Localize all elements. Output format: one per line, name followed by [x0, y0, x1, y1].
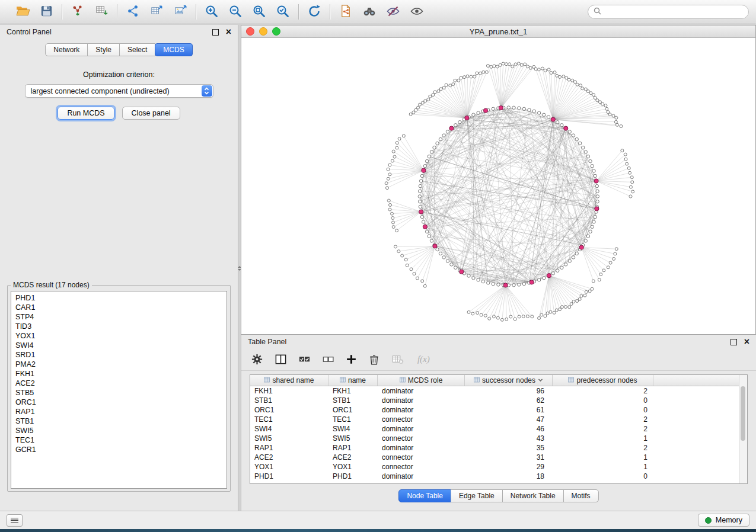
table-row[interactable]: PHD1PHD1dominator180: [250, 472, 747, 481]
zoom-out-button[interactable]: [226, 2, 245, 21]
memory-button[interactable]: Memory: [698, 514, 749, 527]
export-image-button[interactable]: [171, 2, 190, 21]
column-header-MCDS-role[interactable]: MCDS role: [378, 375, 465, 386]
cell-predecessor-nodes: 1: [553, 434, 653, 443]
clear-row-selection-button[interactable]: [322, 353, 334, 367]
open-button[interactable]: [13, 2, 32, 21]
node-table: shared namenameMCDS rolesuccessor nodesp…: [250, 374, 748, 484]
cell-mcds-role: connector: [378, 434, 465, 443]
float-panel-button[interactable]: [212, 29, 219, 36]
panel-menu-button[interactable]: [7, 514, 23, 527]
table-row[interactable]: RAP1RAP1dominator352: [250, 443, 747, 453]
table-row[interactable]: SWI5SWI5connector431: [250, 434, 747, 443]
tab-motifs[interactable]: Motifs: [563, 489, 599, 502]
column-header-shared-name[interactable]: shared name: [250, 375, 328, 386]
table-row[interactable]: STB1STB1dominator620: [250, 396, 747, 405]
tab-style[interactable]: Style: [87, 43, 120, 56]
tab-network-table[interactable]: Network Table: [502, 489, 564, 502]
tab-edge-table[interactable]: Edge Table: [451, 489, 503, 502]
mcds-node-item[interactable]: PHD1: [15, 293, 227, 303]
tab-mcds[interactable]: MCDS: [155, 43, 192, 56]
mcds-node-item[interactable]: STB5: [15, 388, 227, 398]
table-row[interactable]: YOX1YOX1connector291: [250, 462, 747, 472]
mcds-node-item[interactable]: FKH1: [15, 369, 227, 379]
network-canvas[interactable]: [241, 38, 755, 334]
mcds-node-item[interactable]: SRD1: [15, 350, 227, 360]
clear-row-selection-icon: [322, 353, 334, 367]
table-settings-icon: [251, 353, 263, 367]
refresh-button[interactable]: [305, 2, 324, 21]
mcds-node-item[interactable]: STP4: [15, 312, 227, 322]
svg-text:f(x): f(x): [417, 354, 430, 364]
cell-predecessor-nodes: 0: [553, 396, 653, 405]
mcds-result-list[interactable]: PHD1CAR1STP4TID3YOX1SWI4SRD1PMA2FKH1ACE2…: [11, 291, 227, 489]
tab-select[interactable]: Select: [119, 43, 155, 56]
close-panel-button[interactable]: Close panel: [122, 107, 180, 120]
cell-mcds-role: connector: [378, 462, 465, 472]
search-box[interactable]: [588, 5, 749, 19]
delete-column-button[interactable]: [368, 353, 380, 367]
select-all-rows-button[interactable]: [298, 353, 311, 367]
toolbar-group: [7, 2, 62, 21]
mcds-node-item[interactable]: SWI5: [15, 426, 227, 435]
mcds-node-item[interactable]: GCR1: [15, 445, 227, 454]
save-button[interactable]: [37, 2, 56, 21]
import-table-file-button[interactable]: [92, 2, 111, 21]
show-columns-button[interactable]: [275, 353, 287, 367]
column-header-name[interactable]: name: [328, 375, 378, 386]
show-columns-icon: [275, 353, 287, 367]
zoom-in-button[interactable]: [202, 2, 221, 21]
cell-mcds-role: dominator: [378, 424, 465, 434]
cell-successor-nodes: 31: [465, 453, 553, 462]
cell-name: ACE2: [328, 453, 378, 462]
import-network-file-button[interactable]: [68, 2, 87, 21]
table-row[interactable]: ACE2ACE2connector311: [250, 453, 747, 462]
mcds-node-item[interactable]: SWI4: [15, 341, 227, 350]
export-network-icon: [126, 4, 140, 20]
table-scrollbar[interactable]: [739, 375, 747, 483]
column-header-successor-nodes[interactable]: successor nodes: [465, 375, 553, 386]
tab-node-table[interactable]: Node Table: [398, 489, 451, 502]
show-all-button[interactable]: [407, 2, 426, 21]
cell-shared-name: FKH1: [250, 386, 328, 396]
find-button[interactable]: [360, 2, 379, 21]
export-network-button[interactable]: [123, 2, 142, 21]
cell-mcds-role: dominator: [378, 405, 465, 415]
mcds-node-item[interactable]: ACE2: [15, 379, 227, 388]
mcds-node-item[interactable]: TEC1: [15, 435, 227, 445]
hide-selected-button[interactable]: [384, 2, 403, 21]
export-image-icon: [174, 4, 187, 20]
table-row[interactable]: SWI4SWI4dominator462: [250, 424, 747, 434]
optimization-select[interactable]: largest connected component (undirected): [25, 84, 213, 98]
zoom-fit-button[interactable]: [250, 2, 269, 21]
import-table-file-icon: [95, 4, 109, 20]
search-input[interactable]: [605, 7, 743, 17]
table-settings-button[interactable]: [251, 353, 263, 367]
table-row[interactable]: ORC1ORC1dominator610: [250, 405, 747, 415]
zoom-selected-button[interactable]: [273, 2, 292, 21]
tab-network[interactable]: Network: [45, 43, 88, 56]
table-row[interactable]: FKH1FKH1dominator962: [250, 386, 747, 396]
cell-successor-nodes: 96: [465, 386, 553, 396]
open-icon: [15, 4, 30, 20]
export-table-button[interactable]: [147, 2, 166, 21]
add-column-button[interactable]: [346, 353, 357, 367]
mcds-node-item[interactable]: CAR1: [15, 303, 227, 312]
mcds-node-item[interactable]: STB1: [15, 416, 227, 426]
mcds-node-item[interactable]: TID3: [15, 322, 227, 331]
mcds-node-item[interactable]: ORC1: [15, 398, 227, 407]
optimization-select-value: largest connected component (undirected): [31, 87, 170, 95]
column-header-label: MCDS role: [408, 376, 443, 384]
close-panel-icon-button[interactable]: ×: [226, 29, 231, 35]
run-mcds-button[interactable]: Run MCDS: [58, 107, 114, 120]
scrollbar-thumb[interactable]: [741, 386, 745, 441]
close-table-panel-button[interactable]: ×: [744, 339, 749, 345]
share-document-button[interactable]: [336, 2, 355, 21]
column-header-predecessor-nodes[interactable]: predecessor nodes: [553, 375, 653, 386]
toolbar-group: [117, 2, 196, 21]
mcds-node-item[interactable]: YOX1: [15, 331, 227, 341]
table-row[interactable]: TEC1TEC1connector472: [250, 415, 747, 424]
mcds-node-item[interactable]: PMA2: [15, 360, 227, 369]
float-table-panel-button[interactable]: [731, 339, 737, 345]
mcds-node-item[interactable]: RAP1: [15, 407, 227, 416]
